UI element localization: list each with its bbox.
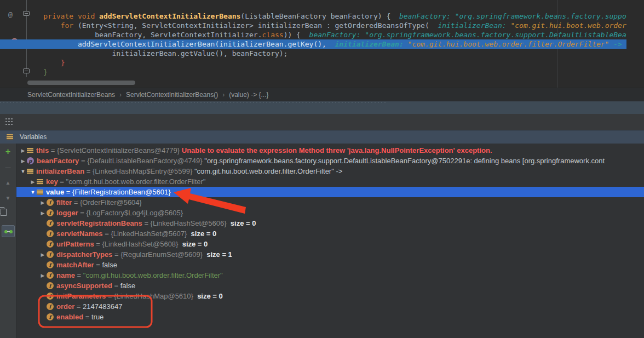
variable-value-part: = — [94, 261, 102, 269]
variable-value-part: = — [112, 250, 120, 259]
field-icon: f — [47, 261, 54, 268]
variable-value-part: "com.git.hui.boot.web.order.filter.Order… — [66, 177, 206, 186]
code-line[interactable]: initializerBean.getValue(), beanFactory)… — [0, 49, 626, 58]
view-options-icon[interactable] — [4, 118, 13, 125]
code-token: initializerBean: — [331, 40, 408, 48]
variables-panel: +—▲▼ ▶this = {ServletContextInitializerB… — [0, 144, 644, 338]
variable-row-logger[interactable]: ▶flogger = {LogFactory$Log4jLog@5605} — [16, 208, 644, 218]
variable-value-part: {LinkedHashMap@5610} — [114, 292, 193, 300]
code-token — [95, 12, 99, 20]
variable-value-part: size = 0 — [187, 230, 216, 238]
variable-row-servletNames[interactable]: fservletNames = {LinkedHashSet@5607} siz… — [16, 228, 644, 239]
variable-value-part: {OrderFilter@5604} — [80, 198, 142, 207]
variable-row-dispatcherTypes[interactable]: ▶fdispatcherTypes = {RegularEnumSet@5609… — [16, 249, 644, 260]
variable-value-part: size = 1 — [203, 250, 232, 259]
variable-row-asyncSupported[interactable]: fasyncSupported = false — [16, 280, 644, 291]
variable-name: value — [46, 188, 64, 196]
variable-value-part: {LinkedHashSet@5607} — [111, 230, 187, 238]
variable-row-servletRegistrationBeans[interactable]: fservletRegistrationBeans = {LinkedHashS… — [16, 218, 644, 228]
variable-icon — [27, 169, 33, 174]
move-up-icon[interactable]: ▲ — [2, 177, 14, 188]
variable-row-value[interactable]: ▼value = {FilterRegistrationBean@5601} — [16, 187, 644, 197]
expand-icon[interactable]: ▶ — [39, 252, 47, 257]
variable-row-name[interactable]: ▶fname = "com.git.hui.boot.web.order.fil… — [16, 270, 644, 280]
copy-icon[interactable] — [2, 209, 14, 220]
variable-value-part: = — [142, 219, 151, 227]
variables-tree: ▶this = {ServletContextInitializerBeans@… — [16, 145, 644, 322]
field-icon: f — [47, 209, 54, 216]
field-icon: f — [47, 272, 54, 279]
variable-value-part: true — [91, 313, 104, 321]
show-watches-icon[interactable] — [2, 225, 15, 237]
variable-value-part: {LogFactory$Log4jLog@5605} — [87, 209, 183, 217]
variables-header[interactable]: Variables — [0, 130, 644, 144]
variable-value-part: = — [112, 282, 120, 290]
field-icon: f — [47, 240, 54, 248]
variable-row-this[interactable]: ▶this = {ServletContextInitializerBeans@… — [16, 145, 644, 156]
variable-value-part: {DefaultListableBeanFactory@4749} — [87, 157, 203, 165]
collapse-icon[interactable]: ▼ — [19, 169, 27, 174]
variable-row-enabled[interactable]: fenabled = true — [16, 312, 644, 322]
variable-value-part: size = 0 — [178, 240, 208, 248]
code-token: )) { — [284, 31, 305, 39]
variable-value-part: false — [120, 282, 135, 290]
field-icon: f — [47, 199, 54, 206]
code-token — [26, 31, 95, 39]
breadcrumb-item[interactable]: (value) -> {...} — [229, 91, 268, 99]
field-icon: f — [47, 293, 54, 300]
variable-row-filter[interactable]: ▶ffilter = {OrderFilter@5604} — [16, 197, 644, 208]
code-editor[interactable]: @ ✓ private void addServletContextInitia… — [0, 0, 644, 88]
code-token: addServletContextInitializerBeans — [99, 12, 240, 20]
variable-value-part: Unable to evaluate the expression Method… — [180, 146, 492, 154]
parameter-icon: p — [27, 157, 34, 164]
code-token — [26, 59, 61, 67]
variable-name: initParameters — [56, 292, 106, 300]
move-down-icon[interactable]: ▼ — [2, 192, 14, 203]
horizontal-scrollbar[interactable] — [27, 81, 135, 85]
variable-row-urlPatterns[interactable]: furlPatterns = {LinkedHashSet@5608} size… — [16, 239, 644, 249]
variable-value-part: {FilterRegistrationBean@5601} — [72, 188, 170, 196]
field-icon: f — [47, 230, 54, 237]
variable-value-part: = — [72, 198, 80, 207]
code-line[interactable]: } — [0, 67, 626, 77]
code-line[interactable]: for (Entry<String, ServletContextInitial… — [0, 21, 626, 30]
variable-value-part: = — [83, 313, 91, 321]
panel-splitter[interactable] — [0, 101, 644, 114]
variable-name: filter — [56, 198, 72, 207]
variable-row-initializerBean[interactable]: ▼initializerBean = {LinkedHashMap$Entry@… — [16, 166, 644, 176]
collapse-icon[interactable]: ▼ — [29, 190, 37, 195]
variable-row-beanFactory[interactable]: ▶pbeanFactory = {DefaultListableBeanFact… — [16, 156, 644, 166]
code-line[interactable]: } — [0, 58, 626, 67]
variable-row-initParameters[interactable]: finitParameters = {LinkedHashMap@5610} s… — [16, 291, 644, 301]
expand-icon[interactable]: ▶ — [39, 210, 47, 216]
variable-value-part: = — [64, 188, 72, 196]
variable-value-part: = — [58, 177, 66, 186]
expand-icon[interactable]: ▶ — [39, 273, 47, 278]
code-token: "com.git.hui.boot.web.order — [510, 21, 626, 30]
variable-value-part: = — [84, 167, 93, 175]
current-execution-line[interactable]: addServletContextInitializerBean(initial… — [0, 39, 626, 49]
variable-icon — [37, 190, 43, 195]
expand-icon[interactable]: ▶ — [39, 200, 47, 205]
variable-name: beanFactory — [37, 157, 79, 165]
add-watch-icon[interactable]: + — [2, 146, 14, 157]
expand-icon[interactable]: ▶ — [19, 148, 27, 153]
variable-name: urlPatterns — [56, 240, 94, 248]
expand-icon[interactable]: ▶ — [19, 158, 27, 164]
variable-row-key[interactable]: ▶key = "com.git.hui.boot.web.order.filte… — [16, 176, 644, 187]
separator-dash-icon[interactable]: — — [2, 162, 14, 173]
code-token: } — [61, 59, 65, 67]
code-line[interactable]: beanFactory, ServletContextInitializer.c… — [0, 30, 626, 39]
code-line[interactable]: private void addServletContextInitialize… — [0, 12, 626, 21]
breadcrumb-item[interactable]: ServletContextInitializerBeans() — [126, 91, 218, 99]
breadcrumb-item[interactable]: ServletContextInitializerBeans — [27, 91, 115, 99]
code-token: beanFactory: — [395, 12, 455, 20]
code-token — [26, 68, 43, 76]
variable-value-part: {LinkedHashSet@5606} — [151, 219, 227, 227]
variable-row-order[interactable]: forder = 2147483647 — [16, 301, 644, 312]
variable-row-matchAfter[interactable]: fmatchAfter = false — [16, 260, 644, 270]
field-icon: f — [47, 282, 54, 289]
code-token — [26, 21, 61, 30]
expand-icon[interactable]: ▶ — [29, 179, 37, 185]
variable-name: dispatcherTypes — [56, 250, 112, 259]
